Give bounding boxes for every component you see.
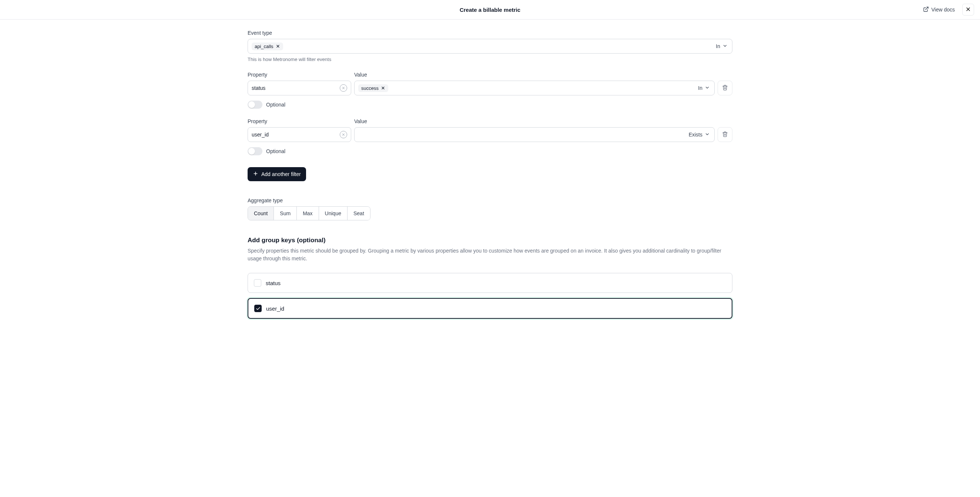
segment-seat[interactable]: Seat	[347, 207, 370, 220]
chevron-down-icon	[705, 132, 710, 138]
value-operator-select[interactable]: In	[698, 85, 711, 91]
value-chip: success	[358, 84, 388, 92]
operator-label: In	[698, 85, 702, 91]
event-type-helper: This is how Metronome will filter events	[248, 57, 732, 62]
group-keys-description: Specify properties this metric should be…	[248, 247, 732, 262]
segment-unique[interactable]: Unique	[319, 207, 347, 220]
property-input[interactable]: user_id	[248, 127, 351, 142]
external-link-icon	[923, 6, 929, 13]
delete-filter-button[interactable]	[718, 127, 732, 142]
event-type-operator-select[interactable]: In	[716, 43, 728, 49]
group-key-label: user_id	[266, 305, 284, 312]
value-label: Value	[354, 72, 714, 78]
value-label: Value	[354, 118, 714, 124]
aggregate-label: Aggregate type	[248, 197, 732, 203]
segment-count[interactable]: Count	[248, 207, 274, 220]
event-type-chip-label: api_calls	[255, 44, 274, 49]
value-input[interactable]: success In	[354, 81, 714, 95]
property-value: user_id	[252, 132, 269, 138]
event-type-label: Event type	[248, 30, 732, 36]
group-key-item-user-id[interactable]: user_id	[248, 298, 732, 319]
operator-label: In	[716, 43, 720, 49]
chip-remove-icon[interactable]	[381, 86, 385, 90]
delete-filter-button[interactable]	[718, 81, 732, 95]
svg-line-0	[926, 7, 928, 10]
optional-toggle[interactable]	[248, 101, 262, 109]
value-operator-select[interactable]: Exists	[689, 132, 711, 138]
clear-icon[interactable]	[340, 84, 347, 92]
group-keys-section: Add group keys (optional) Specify proper…	[248, 237, 732, 319]
property-label: Property	[248, 72, 351, 78]
plus-icon	[253, 171, 258, 178]
aggregate-section: Aggregate type Count Sum Max Unique Seat	[248, 197, 732, 221]
add-filter-label: Add another filter	[261, 171, 301, 177]
segment-max[interactable]: Max	[297, 207, 319, 220]
trash-icon	[722, 131, 728, 138]
operator-label: Exists	[689, 132, 702, 138]
add-filter-button[interactable]: Add another filter	[248, 167, 306, 181]
property-input[interactable]: status	[248, 81, 351, 95]
optional-label: Optional	[266, 148, 285, 154]
group-keys-title: Add group keys (optional)	[248, 237, 732, 244]
page-header: Create a billable metric View docs	[0, 0, 980, 20]
chevron-down-icon	[722, 43, 728, 49]
filter-row-2: Property user_id Value Exists	[248, 118, 732, 155]
optional-label: Optional	[266, 102, 285, 108]
event-type-input[interactable]: api_calls In	[248, 39, 732, 54]
property-value: status	[252, 85, 266, 91]
optional-toggle[interactable]	[248, 147, 262, 155]
event-type-section: Event type api_calls In This is how Metr…	[248, 30, 732, 62]
group-key-item-status[interactable]: status	[248, 273, 732, 293]
chip-remove-icon[interactable]	[276, 44, 280, 48]
clear-icon[interactable]	[340, 131, 347, 138]
event-type-chip: api_calls	[252, 43, 283, 50]
view-docs-label: View docs	[931, 7, 955, 13]
view-docs-link[interactable]: View docs	[923, 6, 955, 13]
chevron-down-icon	[705, 85, 710, 91]
filter-row-1: Property status Value success	[248, 72, 732, 109]
segment-sum[interactable]: Sum	[274, 207, 297, 220]
trash-icon	[722, 85, 728, 92]
value-input[interactable]: Exists	[354, 127, 714, 142]
aggregate-segmented: Count Sum Max Unique Seat	[248, 206, 371, 221]
value-chip-label: success	[361, 86, 379, 91]
property-label: Property	[248, 118, 351, 124]
close-icon	[965, 6, 971, 13]
checkbox-icon	[254, 279, 261, 287]
group-key-label: status	[266, 280, 280, 286]
checkbox-checked-icon	[254, 305, 262, 312]
page-title: Create a billable metric	[329, 7, 651, 13]
close-button[interactable]	[962, 4, 974, 16]
